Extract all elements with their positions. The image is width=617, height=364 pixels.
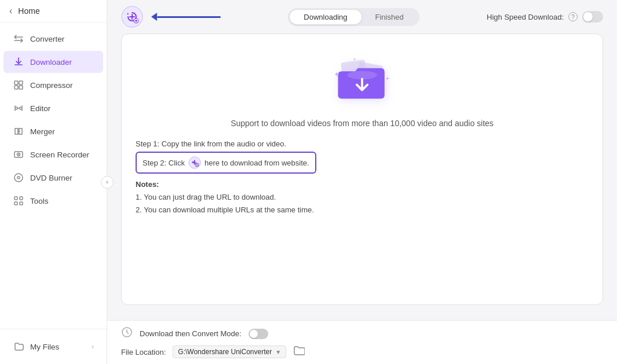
bottombar-location-row: File Location: G:\Wondershare UniConvert… — [121, 345, 603, 358]
notes-section: Notes: 1. You can just drag the URL to d… — [136, 178, 589, 216]
step2-prefix: Step 2: Click — [143, 159, 185, 167]
sidebar-item-dvd-burner[interactable]: DVD Burner — [3, 167, 103, 189]
dropdown-arrow-icon: ▼ — [275, 349, 281, 355]
svg-point-10 — [17, 177, 20, 179]
svg-text:✦: ✦ — [334, 70, 340, 79]
svg-rect-14 — [20, 202, 23, 205]
step2-inline-icon — [188, 156, 201, 169]
sidebar-collapse-button[interactable]: ‹ — [101, 176, 114, 189]
downloader-icon — [13, 56, 24, 68]
tools-label: Tools — [30, 197, 49, 205]
arrow-line — [157, 16, 221, 18]
screen-recorder-label: Screen Recorder — [30, 150, 89, 159]
file-path-text: G:\Wondershare UniConverter — [178, 348, 272, 356]
browse-folder-button[interactable] — [293, 345, 305, 358]
step1-text: Step 1: Copy the link from the audio or … — [136, 139, 589, 148]
my-files-arrow-icon: › — [92, 343, 94, 351]
compressor-icon — [13, 79, 24, 91]
clock-icon — [121, 326, 133, 341]
converter-icon — [13, 33, 24, 45]
sidebar-item-my-files[interactable]: My Files › — [3, 336, 103, 358]
svg-rect-1 — [19, 81, 23, 84]
folder-illustration: ✦ ✦ ✦ — [327, 52, 397, 109]
sidebar-item-converter[interactable]: Converter — [3, 28, 103, 50]
step2-box: Step 2: Click here to download from webs… — [136, 152, 316, 174]
tab-downloading[interactable]: Downloading — [290, 10, 361, 24]
high-speed-section: High Speed Download: ? — [487, 11, 603, 23]
converter-label: Converter — [30, 35, 64, 43]
home-label: Home — [18, 6, 39, 16]
sidebar-item-screen-recorder[interactable]: Screen Recorder — [3, 144, 103, 166]
sidebar-item-downloader[interactable]: Downloader — [3, 51, 103, 73]
sidebar: ‹ Home Converter Downloader — [0, 0, 107, 364]
tab-group: Downloading Finished — [288, 8, 419, 26]
add-download-button[interactable] — [121, 6, 143, 28]
my-files-label: My Files — [30, 343, 59, 351]
compressor-label: Compressor — [30, 81, 73, 90]
my-files-icon — [13, 341, 24, 352]
merger-label: Merger — [30, 127, 55, 136]
file-location-label: File Location: — [121, 348, 166, 356]
notes-title: Notes: — [136, 180, 159, 189]
mode-toggle[interactable] — [249, 329, 268, 339]
svg-rect-11 — [14, 197, 17, 200]
topbar: Downloading Finished High Speed Download… — [107, 0, 617, 34]
sidebar-home-item[interactable]: ‹ Home — [0, 0, 107, 23]
content-area: ✦ ✦ ✦ Support to download videos from mo… — [107, 34, 617, 320]
back-arrow-icon: ‹ — [9, 6, 12, 16]
high-speed-label: High Speed Download: — [487, 13, 564, 21]
mode-label: Download then Convert Mode: — [140, 329, 242, 338]
tab-finished[interactable]: Finished — [362, 10, 418, 24]
high-speed-toggle[interactable] — [582, 11, 603, 23]
sidebar-item-editor[interactable]: Editor — [3, 97, 103, 119]
svg-point-4 — [15, 107, 17, 109]
sidebar-nav: Converter Downloader Compressor — [0, 23, 107, 329]
bottombar-mode-row: Download then Convert Mode: — [121, 326, 603, 341]
svg-point-9 — [14, 174, 23, 182]
note2-text: 2. You can download multiple URLs at the… — [136, 205, 314, 214]
editor-icon — [13, 102, 24, 114]
svg-point-5 — [20, 107, 22, 109]
main-content: Downloading Finished High Speed Download… — [107, 0, 617, 364]
steps-box: Step 1: Copy the link from the audio or … — [136, 139, 589, 216]
editor-label: Editor — [30, 104, 50, 113]
sidebar-item-compressor[interactable]: Compressor — [3, 74, 103, 96]
arrow-head-icon — [151, 13, 157, 21]
sidebar-item-merger[interactable]: Merger — [3, 120, 103, 142]
bottombar: Download then Convert Mode: File Locatio… — [107, 320, 617, 364]
support-text: Support to download videos from more tha… — [231, 119, 494, 128]
svg-rect-2 — [14, 86, 18, 89]
note1-text: 1. You can just drag the URL to download… — [136, 193, 276, 201]
svg-rect-3 — [19, 86, 23, 89]
help-icon[interactable]: ? — [568, 12, 578, 21]
file-location-select[interactable]: G:\Wondershare UniConverter ▼ — [173, 345, 286, 358]
tools-icon — [13, 195, 24, 207]
downloader-label: Downloader — [30, 58, 72, 67]
step2-suffix: here to download from website. — [205, 159, 309, 167]
screen-recorder-icon — [13, 149, 24, 160]
arrow-decoration — [152, 13, 221, 21]
dvd-burner-label: DVD Burner — [30, 174, 72, 182]
svg-rect-13 — [14, 202, 17, 205]
dvd-burner-icon — [13, 172, 24, 183]
merger-icon — [13, 126, 24, 137]
svg-rect-0 — [14, 81, 18, 84]
sidebar-bottom: My Files › — [0, 329, 107, 364]
svg-point-8 — [18, 154, 19, 155]
svg-text:✦: ✦ — [353, 57, 356, 62]
svg-text:✦: ✦ — [385, 76, 390, 82]
svg-rect-12 — [20, 197, 23, 200]
drop-area[interactable]: ✦ ✦ ✦ Support to download videos from mo… — [121, 34, 603, 305]
sidebar-item-tools[interactable]: Tools — [3, 190, 103, 212]
